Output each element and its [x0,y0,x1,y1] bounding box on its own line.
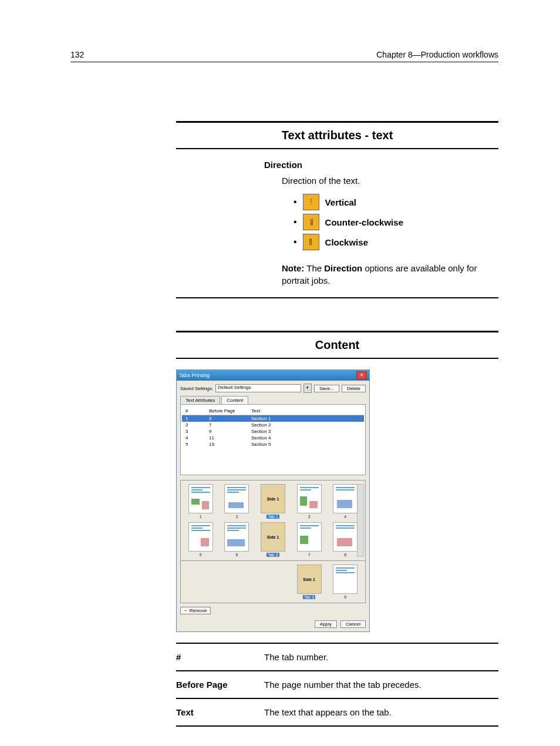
definition-term: Text [176,707,264,717]
page-number: 132 [70,50,84,59]
saved-settings-label: Saved Settings: [180,386,213,391]
definition-desc: The tab number. [264,652,498,662]
page-thumb [333,484,357,513]
page-thumb [297,484,322,513]
page-thumb [297,522,322,552]
direction-option-vertical: abc Vertical [294,194,498,210]
dialog-title: Tabs Printing [179,372,210,378]
dropdown-arrow-icon[interactable]: ▾ [303,384,312,393]
table-row[interactable]: 411Section 4 [182,435,364,441]
definition-desc: The page number that the tab precedes. [264,680,498,690]
chapter-title: Chapter 8—Production workflows [376,50,498,59]
content-table-panel: # Before Page Text: 13Section 1 27Sectio… [180,404,366,475]
definition-term: Before Page [176,680,264,690]
tab-caption: Tab 1 [266,515,279,519]
col-header-num: # [182,407,205,415]
counter-clockwise-icon: abc [303,214,319,230]
remove-button[interactable]: −Remove [180,607,211,614]
tabs-printing-dialog-screenshot: Tabs Printing ✕ Saved Settings: Default … [176,369,370,632]
delete-button[interactable]: Delete [342,385,366,392]
definition-desc: The text that appears on the tab. [264,707,498,717]
page-thumb [188,484,213,513]
direction-description: Direction of the text. [282,176,498,186]
col-header-before: Before Page [205,407,248,415]
tab-content[interactable]: Content [221,396,248,404]
svg-text:abc: abc [309,219,313,226]
close-icon[interactable]: ✕ [356,371,367,379]
clockwise-icon: abc [303,234,319,250]
tab-thumb: Side 1 [261,522,285,552]
definition-row: Text The text that appears on the tab. [176,698,498,727]
page-thumb [333,564,357,594]
page-thumb [224,522,249,552]
tab-text-attributes[interactable]: Text Attributes [180,396,220,404]
preview-scrollbar[interactable] [357,484,364,557]
direction-label: Counter-clockwise [325,217,403,227]
save-button[interactable]: Save... [314,385,339,392]
table-row[interactable]: 39Section 3 [182,428,364,435]
page-preview-grid-row2-extra: Side 1Tab 3 9 [180,561,366,603]
table-row[interactable]: 13Section 1 [182,415,364,422]
cancel-button[interactable]: Cancel [340,620,366,628]
page-preview-grid: 1 2 Side 1Tab 1 3 4 5 6 Side 1Tab 2 7 8 [180,480,366,561]
direction-label: Vertical [325,197,356,207]
page-header: 132 Chapter 8—Production workflows [70,50,498,62]
svg-text:abc: abc [309,238,313,246]
page-thumb [333,522,357,552]
minus-icon: − [184,608,187,613]
col-header-text: Text: [248,407,364,415]
direction-label: Clockwise [325,237,368,247]
section-title-text-attributes: Text attributes - text [176,121,498,149]
table-row[interactable]: 27Section 2 [182,422,364,428]
tab-thumb: Side 1 [297,564,322,594]
dialog-titlebar: Tabs Printing ✕ [177,370,369,381]
definition-row: # The tab number. [176,643,498,670]
direction-option-ccw: abc Counter-clockwise [294,214,498,230]
direction-options-list: abc Vertical abc Counter-clockwise abc C… [294,194,498,250]
direction-note: Note: The Direction options are availabl… [282,262,498,287]
tab-caption: Tab 2 [266,553,279,557]
definition-row: Before Page The page number that the tab… [176,670,498,698]
direction-heading: Direction [264,160,498,170]
table-row[interactable]: 513Section 5 [182,441,364,448]
tab-caption: Tab 3 [303,595,315,599]
section-title-content: Content [176,331,498,359]
vertical-text-icon: abc [303,194,319,210]
page-thumb [188,522,213,552]
saved-settings-dropdown[interactable]: Default Settings [215,384,301,392]
direction-option-cw: abc Clockwise [294,234,498,250]
tab-thumb: Side 1 [261,484,285,513]
page-thumb [224,484,249,513]
apply-button[interactable]: Apply [315,620,337,628]
tabs-table: # Before Page Text: 13Section 1 27Sectio… [182,407,364,472]
definition-term: # [176,652,264,662]
definitions-table: # The tab number. Before Page The page n… [176,643,498,727]
svg-text:c: c [311,202,312,205]
